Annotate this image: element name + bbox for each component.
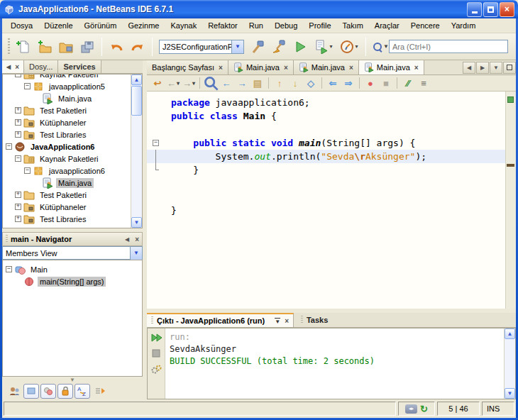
editor-sync-status-icon[interactable]: ◂▸ <box>405 404 417 414</box>
expand-toggle-icon[interactable]: + <box>15 204 21 210</box>
project-node-test-paketleri[interactable]: +Test Paketleri <box>3 104 131 116</box>
menu-dosya[interactable]: Dosya <box>5 20 38 31</box>
back-button[interactable]: ←▾ <box>165 76 181 90</box>
search-icon[interactable] <box>373 42 382 52</box>
redo-button[interactable] <box>127 36 148 57</box>
forward-button[interactable]: →▾ <box>181 76 197 90</box>
new-project-button[interactable] <box>34 36 55 57</box>
close-icon[interactable]: × <box>349 64 353 72</box>
output-scrollbar[interactable]: ▲ ▼ <box>504 328 515 399</box>
tab-tasks[interactable]: Tasks <box>294 313 335 327</box>
close-icon[interactable]: × <box>15 63 19 71</box>
code-line-2[interactable]: public class Main { <box>147 109 505 123</box>
project-node-test-libraries[interactable]: +Test Libraries <box>3 128 131 140</box>
sort-alphabetically-button[interactable] <box>75 384 90 399</box>
search-input[interactable] <box>389 40 508 53</box>
project-node-javaapplication6[interactable]: −javaapplication6 <box>3 165 131 177</box>
scrollbar-thumb[interactable] <box>131 86 142 116</box>
title-bar[interactable]: JavaApplication6 - NetBeans IDE 6.7.1 × <box>0 0 518 18</box>
rerun-button[interactable] <box>149 331 163 345</box>
shift-line-left-button[interactable]: ⇐ <box>325 76 341 90</box>
output-console[interactable]: run:SevdaAksüngerBUILD SUCCESSFUL (total… <box>165 330 504 399</box>
background-scan-icon[interactable]: ↻ <box>420 404 428 414</box>
scroll-up-icon[interactable]: ▲ <box>505 328 515 339</box>
project-node-test-paketleri[interactable]: +Test Paketleri <box>3 189 131 201</box>
code-line-1[interactable]: package javaapplication6; <box>147 96 505 109</box>
expand-toggle-icon[interactable]: − <box>24 83 31 89</box>
find-next-occurrence-button[interactable]: → <box>234 76 250 90</box>
uncomment-button[interactable]: ≡ <box>416 76 431 90</box>
menu-kaynak[interactable]: Kaynak <box>165 20 202 31</box>
expand-toggle-icon[interactable]: + <box>15 216 21 222</box>
project-node-kaynak-paketleri[interactable]: −Kaynak Paketleri <box>3 153 131 165</box>
chevron-down-icon[interactable]: ▼ <box>130 247 142 260</box>
navigator-collapse-grip[interactable]: ▼ <box>2 377 143 382</box>
scroll-tabs-right-icon[interactable]: ▶ <box>476 62 489 74</box>
navigator-node-main[interactable]: −Main <box>3 263 142 275</box>
comment-button[interactable]: ∕∕ <box>400 76 416 90</box>
code-line-3[interactable] <box>147 123 505 136</box>
close-icon[interactable]: × <box>284 64 288 72</box>
editor-tab-1[interactable]: Main.java× <box>228 60 294 74</box>
previous-bookmark-button[interactable]: ↑ <box>272 76 287 90</box>
menu-debug[interactable]: Debug <box>269 20 303 31</box>
stop-build-button[interactable] <box>149 346 163 360</box>
chevron-down-icon[interactable]: ▾ <box>192 80 195 87</box>
menu-grnm[interactable]: Görünüm <box>79 20 123 31</box>
navigator-header[interactable]: main - Navigator ◀ × <box>2 232 143 246</box>
project-node-main-java[interactable]: Main.java <box>3 92 131 104</box>
menu-dzenle[interactable]: Düzenle <box>38 20 78 31</box>
expand-toggle-icon[interactable]: + <box>15 107 21 114</box>
menu-aralar[interactable]: Araçlar <box>369 20 405 31</box>
menu-run[interactable]: Run <box>243 20 269 31</box>
last-edit-position-button[interactable]: ↩ <box>150 76 165 90</box>
scroll-up-icon[interactable]: ▲ <box>131 74 142 85</box>
menu-pencere[interactable]: Pencere <box>405 20 446 31</box>
debug-project-button[interactable]: ▾ <box>311 36 336 57</box>
project-node-test-libraries[interactable]: +Test Libraries <box>3 213 131 225</box>
expand-toggle-icon[interactable]: − <box>6 143 12 150</box>
toggle-bookmark-button[interactable]: ◇ <box>303 76 319 90</box>
chevron-down-icon[interactable]: ▼ <box>383 43 389 50</box>
error-stripe[interactable] <box>505 92 516 309</box>
find-selection-button[interactable] <box>203 76 219 90</box>
tab-output-run[interactable]: Çıktı - JavaApplication6 (run) ▼ × <box>147 313 294 327</box>
start-macro-recording-button[interactable]: ● <box>363 76 378 90</box>
close-icon[interactable]: × <box>135 236 139 243</box>
open-project-button[interactable] <box>55 36 77 57</box>
project-node-k-t-phaneler[interactable]: +Kütüphaneler <box>3 116 131 128</box>
expand-toggle-icon[interactable]: + <box>15 119 21 126</box>
minimize-window-icon[interactable]: ◀ <box>6 64 11 70</box>
menu-yardm[interactable]: Yardım <box>446 20 482 31</box>
stop-macro-recording-button[interactable]: ■ <box>378 76 394 90</box>
project-node-kaynak-paketleri[interactable]: −Kaynak Paketleri <box>3 74 131 80</box>
tab-files[interactable]: Dosy... <box>24 60 58 73</box>
project-node-javaapplication6[interactable]: −JavaApplication6 <box>3 140 131 153</box>
fully-qualified-names-button[interactable] <box>92 384 107 399</box>
find-previous-occurrence-button[interactable]: ← <box>219 76 234 90</box>
show-inner-classes-button[interactable] <box>40 384 56 399</box>
close-icon[interactable]: × <box>219 64 223 72</box>
navigator-node-main-string-args-[interactable]: main(String[] args) <box>3 275 142 287</box>
ant-settings-button[interactable] <box>149 362 163 376</box>
expand-toggle-icon[interactable]: + <box>15 131 21 138</box>
close-button[interactable]: × <box>500 2 514 17</box>
editor-tab-3[interactable]: Main.java× <box>359 60 424 74</box>
chevron-down-icon[interactable]: ▾ <box>177 80 180 87</box>
maximize-button[interactable] <box>483 2 498 17</box>
undo-button[interactable] <box>106 36 127 57</box>
menu-profile[interactable]: Profile <box>303 20 336 31</box>
tab-projects-active[interactable]: ◀ × <box>2 60 24 73</box>
code-line-4[interactable]: − public static void main(String[] args)… <box>147 136 505 150</box>
scroll-tabs-left-icon[interactable]: ◀ <box>463 62 475 74</box>
code-fold-toggle-icon[interactable]: − <box>153 140 159 146</box>
code-line-8[interactable] <box>147 190 505 204</box>
project-node-k-t-phaneler[interactable]: +Kütüphaneler <box>3 201 131 213</box>
scroll-down-icon[interactable]: ▼ <box>505 388 515 399</box>
minimize-button[interactable] <box>467 2 482 17</box>
project-node-javaapplication5[interactable]: −javaapplication5 <box>3 80 131 92</box>
chevron-down-icon[interactable]: ▼ <box>231 40 243 53</box>
show-non-public-button[interactable] <box>57 384 73 399</box>
run-project-button[interactable] <box>290 36 311 57</box>
clean-build-button[interactable] <box>268 36 290 57</box>
